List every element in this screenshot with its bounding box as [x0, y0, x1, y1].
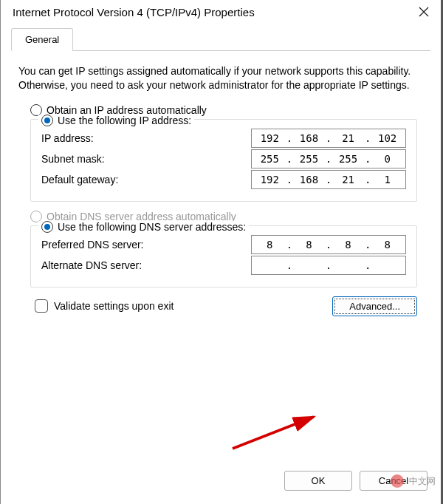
close-icon: [419, 7, 429, 17]
ip-octet[interactable]: 255: [255, 153, 285, 165]
dot-icon: .: [363, 132, 372, 144]
dot-icon: .: [363, 239, 372, 251]
ip-octet[interactable]: 21: [333, 132, 363, 144]
ip-octet[interactable]: 192: [255, 174, 285, 185]
checkbox-icon[interactable]: [35, 299, 48, 313]
alternate-dns-input[interactable]: . . .: [251, 256, 406, 275]
dot-icon: .: [285, 239, 294, 251]
tab-bar: General: [11, 27, 430, 51]
content-area: General You can get IP settings assigned…: [1, 24, 441, 459]
preferred-dns-input[interactable]: 8. 8. 8. 8: [251, 235, 406, 254]
dot-icon: .: [285, 132, 294, 144]
cancel-button[interactable]: Cancel: [360, 471, 427, 491]
dot-icon: .: [285, 259, 294, 271]
bottom-row: Validate settings upon exit Advanced...: [35, 296, 417, 316]
ip-octet[interactable]: 168: [294, 174, 324, 185]
field-default-gateway: Default gateway: 192. 168. 21. 1: [41, 170, 406, 189]
ip-octet[interactable]: 1: [372, 174, 402, 185]
ip-octet[interactable]: 21: [333, 174, 363, 185]
radio-dns-manual[interactable]: Use the following DNS server addresses:: [38, 221, 249, 233]
dot-icon: .: [324, 174, 333, 185]
dot-icon: .: [285, 153, 294, 165]
ip-address-input[interactable]: 192. 168. 21. 102: [251, 129, 406, 148]
titlebar: Internet Protocol Version 4 (TCP/IPv4) P…: [1, 0, 441, 24]
dot-icon: .: [324, 239, 333, 251]
subnet-mask-input[interactable]: 255. 255. 255. 0: [251, 149, 406, 168]
ip-octet[interactable]: 8: [294, 239, 324, 251]
window-title: Internet Protocol Version 4 (TCP/IPv4) P…: [13, 6, 255, 18]
ip-octet[interactable]: 168: [294, 132, 324, 144]
radio-icon: [41, 221, 53, 233]
field-label: Alternate DNS server:: [41, 259, 251, 271]
radio-icon: [41, 115, 53, 126]
field-label: Subnet mask:: [41, 153, 251, 165]
ip-octet[interactable]: 255: [294, 153, 324, 165]
intro-text: You can get IP settings assigned automat…: [18, 64, 423, 92]
radio-label: Use the following DNS server addresses:: [58, 221, 246, 233]
close-button[interactable]: [419, 7, 430, 18]
field-subnet-mask: Subnet mask: 255. 255. 255. 0: [41, 149, 406, 168]
ip-octet[interactable]: 102: [372, 132, 402, 144]
dot-icon: .: [363, 259, 372, 271]
ip-octet[interactable]: 0: [372, 153, 402, 165]
radio-ip-manual[interactable]: Use the following IP address:: [38, 115, 194, 126]
dot-icon: .: [285, 174, 294, 185]
ip-octet[interactable]: 8: [372, 239, 402, 251]
dot-icon: .: [324, 132, 333, 144]
checkbox-label: Validate settings upon exit: [54, 300, 174, 312]
field-preferred-dns: Preferred DNS server: 8. 8. 8. 8: [41, 235, 406, 254]
dot-icon: .: [324, 259, 333, 271]
ip-octet[interactable]: 8: [333, 239, 363, 251]
dot-icon: .: [363, 174, 372, 185]
field-ip-address: IP address: 192. 168. 21. 102: [41, 129, 406, 148]
field-alternate-dns: Alternate DNS server: . . .: [41, 256, 406, 275]
ip-octet[interactable]: 8: [255, 239, 285, 251]
dialog-button-bar: OK Cancel: [1, 459, 441, 504]
ip-octet[interactable]: 255: [333, 153, 363, 165]
ip-manual-group: Use the following IP address: IP address…: [30, 119, 417, 202]
dialog-window: Internet Protocol Version 4 (TCP/IPv4) P…: [0, 0, 443, 504]
ip-octet[interactable]: 192: [255, 132, 285, 144]
dns-manual-group: Use the following DNS server addresses: …: [30, 225, 417, 287]
tab-general[interactable]: General: [11, 28, 73, 51]
radio-label: Use the following IP address:: [58, 115, 191, 126]
validate-checkbox-row[interactable]: Validate settings upon exit: [35, 299, 174, 313]
ok-button[interactable]: OK: [284, 471, 352, 491]
field-label: IP address:: [41, 132, 251, 144]
dot-icon: .: [363, 153, 372, 165]
default-gateway-input[interactable]: 192. 168. 21. 1: [251, 170, 406, 189]
dot-icon: .: [324, 153, 333, 165]
tab-panel-general: You can get IP settings assigned automat…: [11, 51, 430, 459]
field-label: Default gateway:: [41, 174, 251, 185]
field-label: Preferred DNS server:: [41, 239, 251, 251]
advanced-button[interactable]: Advanced...: [332, 296, 417, 316]
